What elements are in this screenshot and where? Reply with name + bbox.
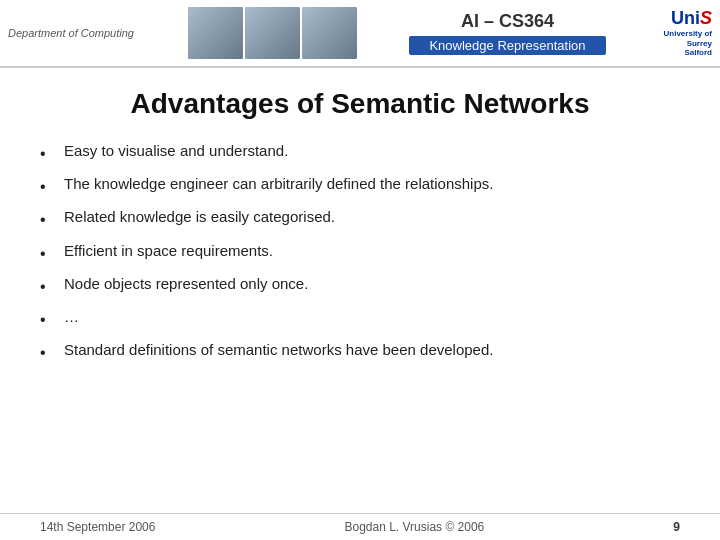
bullet-item: •Easy to visualise and understand. (40, 140, 680, 165)
bullet-dot-icon: • (40, 175, 56, 198)
logo-name: University of SurreySalford (638, 29, 712, 58)
bullet-item: •The knowledge engineer can arbitrarily … (40, 173, 680, 198)
header-image-2 (245, 7, 300, 59)
header-title-area: AI – CS364 Knowledge Representation (385, 0, 630, 66)
slide: Department of Computing AI – CS364 Knowl… (0, 0, 720, 540)
logo-box: UniS University of SurreySalford (638, 8, 712, 58)
header-images (160, 0, 385, 66)
header-image-1 (188, 7, 243, 59)
slide-footer: 14th September 2006 Bogdan L. Vrusias © … (0, 513, 720, 540)
bullet-text: … (64, 306, 79, 328)
bullet-text: Easy to visualise and understand. (64, 140, 288, 162)
bullet-text: Related knowledge is easily categorised. (64, 206, 335, 228)
footer-page: 9 (673, 520, 680, 534)
bullet-item: •… (40, 306, 680, 331)
bullet-item: •Standard definitions of semantic networ… (40, 339, 680, 364)
bullet-text: Standard definitions of semantic network… (64, 339, 493, 361)
dept-label: Department of Computing (8, 27, 134, 39)
footer-author: Bogdan L. Vrusias © 2006 (344, 520, 484, 534)
bullet-item: •Node objects represented only once. (40, 273, 680, 298)
bullet-dot-icon: • (40, 341, 56, 364)
header-image-3 (302, 7, 357, 59)
slide-title: Advantages of Semantic Networks (40, 88, 680, 120)
bullet-item: •Related knowledge is easily categorised… (40, 206, 680, 231)
slide-header: Department of Computing AI – CS364 Knowl… (0, 0, 720, 68)
footer-date: 14th September 2006 (40, 520, 155, 534)
bullet-dot-icon: • (40, 242, 56, 265)
bullet-list: •Easy to visualise and understand.•The k… (40, 140, 680, 364)
logo-uni-text: UniS (671, 8, 712, 29)
main-content: Advantages of Semantic Networks •Easy to… (0, 68, 720, 513)
bullet-text: Node objects represented only once. (64, 273, 308, 295)
bullet-dot-icon: • (40, 208, 56, 231)
bullet-dot-icon: • (40, 275, 56, 298)
university-logo: UniS University of SurreySalford (630, 0, 720, 66)
course-title: AI – CS364 (461, 11, 554, 32)
dept-area: Department of Computing (0, 0, 160, 66)
bullet-text: Efficient in space requirements. (64, 240, 273, 262)
bullet-dot-icon: • (40, 142, 56, 165)
bullet-item: •Efficient in space requirements. (40, 240, 680, 265)
bullet-text: The knowledge engineer can arbitrarily d… (64, 173, 493, 195)
subtitle-bar: Knowledge Representation (409, 36, 605, 55)
bullet-dot-icon: • (40, 308, 56, 331)
